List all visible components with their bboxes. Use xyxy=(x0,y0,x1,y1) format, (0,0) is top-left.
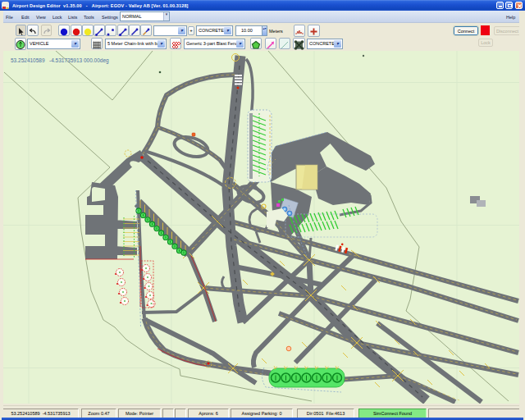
svg-text:53.252410589 -4.531735913 00: 53.252410589 -4.531735913 000.00deg xyxy=(11,57,109,64)
